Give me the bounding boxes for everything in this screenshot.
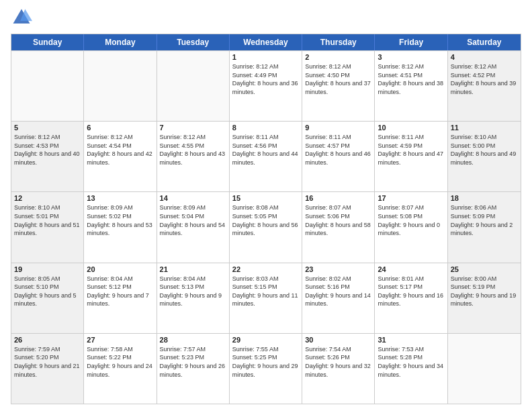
calendar-cell: 3Sunrise: 8:12 AM Sunset: 4:51 PM Daylig… — [375, 51, 447, 121]
cell-date: 18 — [451, 194, 518, 202]
cell-info: Sunrise: 8:02 AM Sunset: 5:16 PM Dayligh… — [305, 275, 371, 308]
calendar-cell: 17Sunrise: 8:07 AM Sunset: 5:08 PM Dayli… — [375, 192, 447, 262]
cell-info: Sunrise: 8:06 AM Sunset: 5:09 PM Dayligh… — [451, 203, 518, 237]
cell-info: Sunrise: 8:09 AM Sunset: 5:02 PM Dayligh… — [87, 203, 153, 237]
calendar-cell: 14Sunrise: 8:09 AM Sunset: 5:04 PM Dayli… — [157, 192, 230, 262]
calendar-row: 5Sunrise: 8:12 AM Sunset: 4:53 PM Daylig… — [11, 121, 521, 191]
calendar-cell: 20Sunrise: 8:04 AM Sunset: 5:12 PM Dayli… — [84, 263, 157, 333]
calendar-row: 12Sunrise: 8:10 AM Sunset: 5:01 PM Dayli… — [11, 191, 521, 262]
cell-info: Sunrise: 8:12 AM Sunset: 4:52 PM Dayligh… — [451, 62, 518, 96]
cell-date: 11 — [451, 124, 518, 132]
cell-date: 2 — [305, 53, 371, 61]
cell-info: Sunrise: 8:11 AM Sunset: 4:57 PM Dayligh… — [305, 133, 371, 167]
calendar-cell — [448, 334, 521, 404]
calendar-cell: 25Sunrise: 8:00 AM Sunset: 5:19 PM Dayli… — [448, 263, 521, 333]
calendar-cell: 18Sunrise: 8:06 AM Sunset: 5:09 PM Dayli… — [448, 192, 521, 262]
calendar-cell: 30Sunrise: 7:54 AM Sunset: 5:26 PM Dayli… — [302, 334, 375, 404]
weekday-header: Tuesday — [157, 34, 230, 50]
cell-date: 31 — [378, 336, 444, 344]
cell-date: 1 — [232, 53, 299, 61]
cell-date: 5 — [14, 124, 81, 132]
cell-date: 7 — [160, 124, 226, 132]
cell-date: 10 — [378, 124, 444, 132]
weekday-header: Monday — [84, 34, 157, 50]
cell-date: 24 — [378, 265, 444, 273]
cell-info: Sunrise: 8:12 AM Sunset: 4:55 PM Dayligh… — [160, 133, 226, 167]
calendar-cell: 27Sunrise: 7:58 AM Sunset: 5:22 PM Dayli… — [84, 334, 157, 404]
cell-date: 28 — [160, 336, 226, 344]
weekday-header: Wednesday — [230, 34, 302, 50]
calendar-cell: 10Sunrise: 8:11 AM Sunset: 4:59 PM Dayli… — [375, 122, 447, 191]
calendar-row: 26Sunrise: 7:59 AM Sunset: 5:20 PM Dayli… — [11, 333, 521, 404]
calendar-cell: 5Sunrise: 8:12 AM Sunset: 4:53 PM Daylig… — [11, 122, 84, 191]
cell-date: 15 — [232, 194, 299, 202]
cell-info: Sunrise: 8:11 AM Sunset: 4:56 PM Dayligh… — [232, 133, 299, 167]
calendar-body: 1Sunrise: 8:12 AM Sunset: 4:49 PM Daylig… — [11, 50, 521, 404]
cell-date: 27 — [87, 336, 153, 344]
cell-date: 22 — [232, 265, 299, 273]
weekday-header: Saturday — [448, 34, 521, 50]
header — [11, 7, 521, 28]
cell-info: Sunrise: 7:57 AM Sunset: 5:23 PM Dayligh… — [160, 345, 226, 379]
cell-info: Sunrise: 7:53 AM Sunset: 5:28 PM Dayligh… — [378, 345, 444, 379]
cell-info: Sunrise: 8:07 AM Sunset: 5:08 PM Dayligh… — [378, 203, 444, 237]
cell-info: Sunrise: 8:00 AM Sunset: 5:19 PM Dayligh… — [451, 275, 518, 308]
cell-info: Sunrise: 8:12 AM Sunset: 4:54 PM Dayligh… — [87, 133, 153, 167]
cell-date: 25 — [451, 265, 518, 273]
calendar: SundayMondayTuesdayWednesdayThursdayFrid… — [11, 34, 521, 404]
calendar-cell: 1Sunrise: 8:12 AM Sunset: 4:49 PM Daylig… — [230, 51, 302, 121]
calendar-cell: 6Sunrise: 8:12 AM Sunset: 4:54 PM Daylig… — [84, 122, 157, 191]
weekday-header: Friday — [375, 34, 447, 50]
cell-info: Sunrise: 8:07 AM Sunset: 5:06 PM Dayligh… — [305, 203, 371, 237]
calendar-cell: 11Sunrise: 8:10 AM Sunset: 5:00 PM Dayli… — [448, 122, 521, 191]
calendar-cell — [84, 51, 157, 121]
cell-info: Sunrise: 7:59 AM Sunset: 5:20 PM Dayligh… — [14, 345, 81, 379]
cell-date: 13 — [87, 194, 153, 202]
cell-info: Sunrise: 8:10 AM Sunset: 5:01 PM Dayligh… — [14, 203, 81, 237]
page: SundayMondayTuesdayWednesdayThursdayFrid… — [0, 0, 532, 411]
calendar-cell: 4Sunrise: 8:12 AM Sunset: 4:52 PM Daylig… — [448, 51, 521, 121]
calendar-header: SundayMondayTuesdayWednesdayThursdayFrid… — [11, 34, 521, 50]
calendar-cell: 8Sunrise: 8:11 AM Sunset: 4:56 PM Daylig… — [230, 122, 302, 191]
cell-info: Sunrise: 7:54 AM Sunset: 5:26 PM Dayligh… — [305, 345, 371, 379]
calendar-cell: 29Sunrise: 7:55 AM Sunset: 5:25 PM Dayli… — [230, 334, 302, 404]
calendar-cell: 7Sunrise: 8:12 AM Sunset: 4:55 PM Daylig… — [157, 122, 230, 191]
cell-info: Sunrise: 8:05 AM Sunset: 5:10 PM Dayligh… — [14, 275, 81, 308]
calendar-cell: 12Sunrise: 8:10 AM Sunset: 5:01 PM Dayli… — [11, 192, 84, 262]
calendar-row: 19Sunrise: 8:05 AM Sunset: 5:10 PM Dayli… — [11, 263, 521, 333]
cell-info: Sunrise: 8:12 AM Sunset: 4:53 PM Dayligh… — [14, 133, 81, 167]
calendar-cell: 2Sunrise: 8:12 AM Sunset: 4:50 PM Daylig… — [302, 51, 375, 121]
logo-icon — [11, 7, 32, 28]
calendar-cell: 15Sunrise: 8:08 AM Sunset: 5:05 PM Dayli… — [230, 192, 302, 262]
cell-date: 29 — [232, 336, 299, 344]
cell-date: 20 — [87, 265, 153, 273]
cell-info: Sunrise: 8:03 AM Sunset: 5:15 PM Dayligh… — [232, 275, 299, 308]
cell-info: Sunrise: 8:12 AM Sunset: 4:49 PM Dayligh… — [232, 62, 299, 96]
cell-date: 23 — [305, 265, 371, 273]
cell-date: 6 — [87, 124, 153, 132]
cell-date: 30 — [305, 336, 371, 344]
cell-info: Sunrise: 7:58 AM Sunset: 5:22 PM Dayligh… — [87, 345, 153, 379]
calendar-cell: 28Sunrise: 7:57 AM Sunset: 5:23 PM Dayli… — [157, 334, 230, 404]
cell-date: 26 — [14, 336, 81, 344]
cell-date: 14 — [160, 194, 226, 202]
cell-date: 19 — [14, 265, 81, 273]
cell-date: 17 — [378, 194, 444, 202]
cell-info: Sunrise: 8:01 AM Sunset: 5:17 PM Dayligh… — [378, 275, 444, 308]
cell-info: Sunrise: 8:12 AM Sunset: 4:51 PM Dayligh… — [378, 62, 444, 96]
cell-info: Sunrise: 8:10 AM Sunset: 5:00 PM Dayligh… — [451, 133, 518, 167]
cell-info: Sunrise: 8:11 AM Sunset: 4:59 PM Dayligh… — [378, 133, 444, 167]
cell-info: Sunrise: 8:04 AM Sunset: 5:12 PM Dayligh… — [87, 275, 153, 308]
cell-info: Sunrise: 8:08 AM Sunset: 5:05 PM Dayligh… — [232, 203, 299, 237]
cell-date: 21 — [160, 265, 226, 273]
calendar-row: 1Sunrise: 8:12 AM Sunset: 4:49 PM Daylig… — [11, 50, 521, 121]
weekday-header: Sunday — [11, 34, 84, 50]
logo — [11, 7, 35, 28]
calendar-cell: 9Sunrise: 8:11 AM Sunset: 4:57 PM Daylig… — [302, 122, 375, 191]
cell-date: 9 — [305, 124, 371, 132]
calendar-cell: 24Sunrise: 8:01 AM Sunset: 5:17 PM Dayli… — [375, 263, 447, 333]
calendar-cell — [11, 51, 84, 121]
calendar-cell: 16Sunrise: 8:07 AM Sunset: 5:06 PM Dayli… — [302, 192, 375, 262]
cell-date: 3 — [378, 53, 444, 61]
cell-info: Sunrise: 8:09 AM Sunset: 5:04 PM Dayligh… — [160, 203, 226, 237]
